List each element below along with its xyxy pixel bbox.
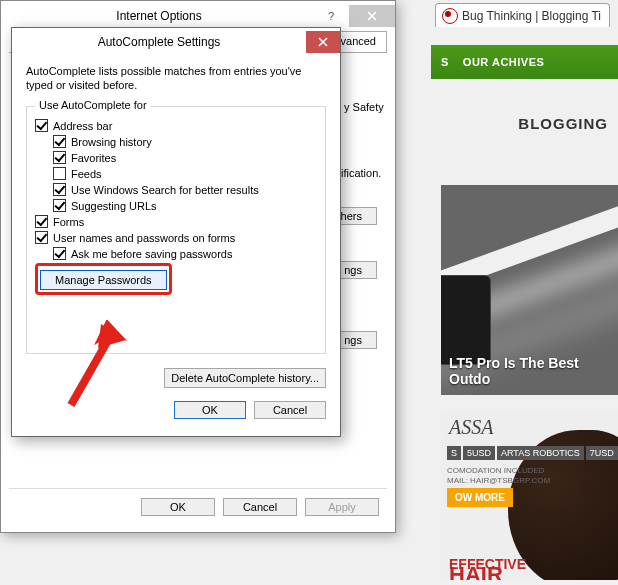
cancel-button[interactable]: Cancel bbox=[223, 498, 297, 516]
nav-item[interactable]: S bbox=[441, 56, 449, 68]
checkbox-windows-search[interactable]: Use Windows Search for better results bbox=[53, 183, 317, 196]
checkbox-label: Use Windows Search for better results bbox=[71, 184, 259, 196]
checkbox-icon bbox=[35, 231, 48, 244]
dialog-titlebar: AutoComplete Settings bbox=[12, 28, 340, 56]
checkbox-icon bbox=[35, 215, 48, 228]
checkbox-forms[interactable]: Forms bbox=[35, 215, 317, 228]
delete-history-button[interactable]: Delete AutoComplete history... bbox=[164, 368, 326, 388]
dialog-title: AutoComplete Settings bbox=[12, 35, 306, 49]
dialog-footer: OK Cancel Apply bbox=[9, 488, 387, 524]
cancel-button[interactable]: Cancel bbox=[254, 401, 326, 419]
tab-title: Bug Thinking | Blogging Ti bbox=[462, 9, 601, 23]
highlight-box: Manage Passwords bbox=[35, 263, 172, 295]
checkbox-label: Forms bbox=[53, 216, 84, 228]
ad-mail: MAIL: HAIR@TSBGRP.COM bbox=[447, 476, 550, 485]
browser-tab-bar: Bug Thinking | Blogging Ti bbox=[431, 0, 618, 30]
checkbox-icon bbox=[53, 167, 66, 180]
ad-tag: 5USD bbox=[463, 446, 495, 460]
sidebar-card-flashlight[interactable]: LT5 Pro Is The Best Outdo bbox=[441, 185, 618, 395]
checkbox-label: Favorites bbox=[71, 152, 116, 164]
ad-brand: ASSA bbox=[449, 416, 493, 439]
section-heading: BLOGGING bbox=[518, 115, 608, 132]
ad-tag: S bbox=[447, 446, 461, 460]
checkbox-icon bbox=[53, 199, 66, 212]
ad-tags: S 5USD ARTAS ROBOTICS 7USD bbox=[447, 446, 618, 460]
ad-cta-button[interactable]: OW MORE bbox=[447, 488, 513, 507]
checkbox-icon bbox=[53, 247, 66, 260]
dialog-description: AutoComplete lists possible matches from… bbox=[26, 64, 326, 93]
browser-tab[interactable]: Bug Thinking | Blogging Ti bbox=[435, 3, 610, 27]
checkbox-icon bbox=[35, 119, 48, 132]
checkbox-label: Ask me before saving passwords bbox=[71, 248, 232, 260]
checkbox-ask-before-saving[interactable]: Ask me before saving passwords bbox=[53, 247, 317, 260]
dialog-title: Internet Options bbox=[1, 9, 317, 23]
close-icon bbox=[318, 37, 328, 47]
group-legend: Use AutoComplete for bbox=[35, 99, 151, 111]
dialog-footer: OK Cancel bbox=[26, 396, 326, 424]
checkbox-label: Address bar bbox=[53, 120, 112, 132]
ad-tag: ARTAS ROBOTICS bbox=[497, 446, 584, 460]
ad-note: COMODATION INCLUDED bbox=[447, 466, 545, 475]
checkbox-label: Suggesting URLs bbox=[71, 200, 157, 212]
checkbox-address-bar[interactable]: Address bar bbox=[35, 119, 317, 132]
sidebar-card-hair[interactable]: ASSA S 5USD ARTAS ROBOTICS 7USD COMODATI… bbox=[441, 410, 618, 580]
checkbox-icon bbox=[53, 183, 66, 196]
close-button[interactable] bbox=[349, 5, 395, 27]
card-caption: LT5 Pro Is The Best Outdo bbox=[449, 355, 618, 387]
checkbox-feeds[interactable]: Feeds bbox=[53, 167, 317, 180]
checkbox-label: Feeds bbox=[71, 168, 102, 180]
ad-tag: 7USD bbox=[586, 446, 618, 460]
checkbox-label: Browsing history bbox=[71, 136, 152, 148]
partial-text: y Safety bbox=[344, 101, 384, 113]
close-icon bbox=[367, 11, 377, 21]
checkbox-suggesting-urls[interactable]: Suggesting URLs bbox=[53, 199, 317, 212]
ok-button[interactable]: OK bbox=[141, 498, 215, 516]
manage-passwords-button[interactable]: Manage Passwords bbox=[40, 270, 167, 290]
checkbox-usernames-passwords[interactable]: User names and passwords on forms bbox=[35, 231, 317, 244]
nav-item[interactable]: OUR ACHIVES bbox=[463, 56, 545, 68]
ad-headline2: HAIR bbox=[449, 562, 503, 580]
ok-button[interactable]: OK bbox=[174, 401, 246, 419]
checkbox-icon bbox=[53, 135, 66, 148]
checkbox-favorites[interactable]: Favorites bbox=[53, 151, 317, 164]
checkbox-browsing-history[interactable]: Browsing history bbox=[53, 135, 317, 148]
autocomplete-settings-dialog: AutoComplete Settings AutoComplete lists… bbox=[11, 27, 341, 437]
site-nav: S OUR ACHIVES bbox=[431, 45, 618, 79]
partial-text: ification. bbox=[341, 167, 381, 179]
close-button[interactable] bbox=[306, 31, 340, 53]
checkbox-label: User names and passwords on forms bbox=[53, 232, 235, 244]
apply-button: Apply bbox=[305, 498, 379, 516]
help-button[interactable]: ? bbox=[317, 6, 345, 26]
use-autocomplete-group: Use AutoComplete for Address bar Browsin… bbox=[26, 106, 326, 354]
ladybug-icon bbox=[442, 8, 458, 24]
checkbox-icon bbox=[53, 151, 66, 164]
